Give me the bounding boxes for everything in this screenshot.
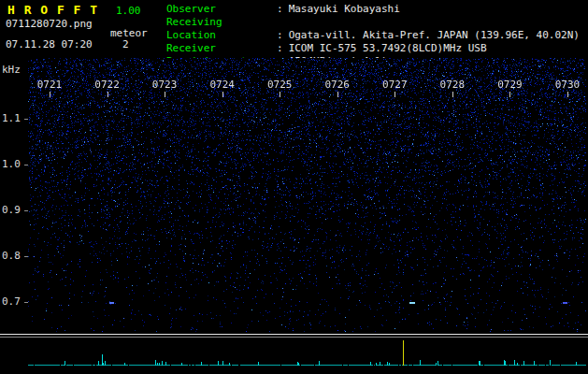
freq-tick-mark <box>24 210 28 211</box>
freq-tick-label: 0.7 <box>2 295 21 308</box>
time-tick-mark <box>108 92 108 97</box>
freq-tick-label: 1.0 <box>2 158 21 170</box>
freq-tick-mark <box>24 119 28 120</box>
time-tick-mark <box>452 92 453 97</box>
info-value: Ogata-vill. Akita-Pref. JAPAN (139.96E, … <box>283 29 580 41</box>
time-tick-mark <box>222 92 223 97</box>
info-value: Masayuki Kobayashi <box>283 3 400 15</box>
time-tick-label: 0730 <box>552 79 582 91</box>
info-separator: : <box>277 3 283 15</box>
info-label: Receiving Location <box>166 16 277 42</box>
datetime-label: 07.11.28 07:20 <box>6 38 93 50</box>
time-tick-label: 0725 <box>265 79 294 91</box>
time-tick-label: 0728 <box>437 79 467 91</box>
time-tick-label: 0721 <box>35 79 65 91</box>
info-label: Observer <box>166 3 277 16</box>
time-tick-label: 0726 <box>323 79 352 91</box>
freq-tick-label: 0.9 <box>2 204 21 216</box>
time-tick-mark <box>394 92 395 97</box>
freq-tick-mark <box>24 165 28 165</box>
info-separator: : <box>277 42 283 54</box>
time-tick-label: 0722 <box>93 79 122 91</box>
freq-tick-mark <box>24 256 28 257</box>
filename-label: 0711280720.png <box>6 18 93 30</box>
time-tick-label: 0723 <box>150 79 179 91</box>
info-separator: : <box>277 29 283 41</box>
time-tick-mark <box>50 92 50 97</box>
time-tick-label: 0729 <box>495 79 524 91</box>
level-graph-canvas <box>0 334 588 371</box>
time-tick-label: 0724 <box>208 79 237 91</box>
meteor-count: 2 <box>122 38 129 50</box>
time-tick-label: 0727 <box>380 79 409 91</box>
info-row: Receiver:ICOM IC-575 53.7492(8LCD)MHz US… <box>166 42 580 55</box>
time-tick-mark <box>337 92 338 97</box>
app-title: H R O F F T <box>7 3 98 17</box>
info-row: Receiving Location:Ogata-vill. Akita-Pre… <box>166 16 580 42</box>
time-tick-mark <box>165 92 165 97</box>
freq-tick-mark <box>24 302 28 303</box>
freq-tick-label: 1.1 <box>2 112 21 124</box>
freq-tick-label: 0.8 <box>2 250 21 262</box>
info-label: Receiver <box>166 42 277 55</box>
mode-label: meteor <box>110 27 148 39</box>
info-row: Observer:Masayuki Kobayashi <box>166 3 580 16</box>
time-tick-mark <box>280 92 280 97</box>
time-tick-mark <box>509 92 510 97</box>
app-version: 1.00 <box>116 5 141 17</box>
time-tick-mark <box>567 92 568 97</box>
khz-unit-label: kHz <box>2 64 21 76</box>
info-value: ICOM IC-575 53.7492(8LCD)MHz USB <box>283 42 487 54</box>
hrofft-window: H R O F F T 1.00 0711280720.png meteor 0… <box>0 0 588 374</box>
spectrogram-canvas <box>28 58 586 332</box>
